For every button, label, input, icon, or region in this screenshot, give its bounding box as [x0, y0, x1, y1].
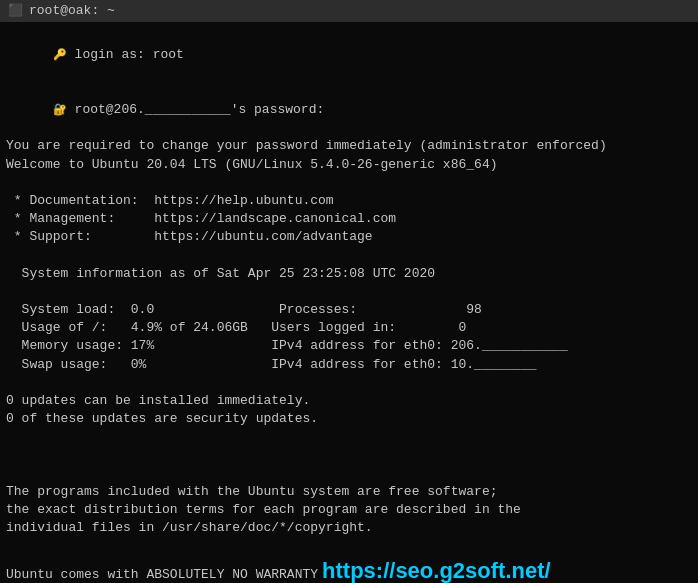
- change-warning-line: You are required to change your password…: [6, 137, 692, 155]
- support-line: * Support: https://ubuntu.com/advantage: [6, 228, 692, 246]
- blank2: [6, 246, 692, 264]
- login-line: 🔑 login as: root: [6, 28, 692, 83]
- programs-line: The programs included with the Ubuntu sy…: [6, 483, 692, 501]
- updates1-line: 0 updates can be installed immediately.: [6, 392, 692, 410]
- title-text: root@oak: ~: [29, 2, 115, 20]
- terminal-window: ⬛ root@oak: ~ 🔑 login as: root 🔐 root@20…: [0, 0, 698, 583]
- terminal-content: 🔑 login as: root 🔐 root@206.___________'…: [6, 26, 692, 583]
- terminal-icon: ⬛: [8, 3, 23, 20]
- swap-line: Swap usage: 0% IPv4 address for eth0: 10…: [6, 356, 692, 374]
- sysload-line: System load: 0.0 Processes: 98: [6, 301, 692, 319]
- password-line: 🔐 root@206.___________'s password:: [6, 83, 692, 138]
- welcome-line: Welcome to Ubuntu 20.04 LTS (GNU/Linux 5…: [6, 156, 692, 174]
- blank1: [6, 174, 692, 192]
- memory-line: Memory usage: 17% IPv4 address for eth0:…: [6, 337, 692, 355]
- updates2-line: 0 of these updates are security updates.: [6, 410, 692, 428]
- blank3: [6, 283, 692, 301]
- title-bar: ⬛ root@oak: ~: [0, 0, 698, 22]
- blank7: [6, 465, 692, 483]
- blank5: [6, 428, 692, 446]
- blank4: [6, 374, 692, 392]
- usage-line: Usage of /: 4.9% of 24.06GB Users logged…: [6, 319, 692, 337]
- the-line: the exact distribution terms for each pr…: [6, 501, 692, 519]
- sysinfo-line: System information as of Sat Apr 25 23:2…: [6, 265, 692, 283]
- mgmt-line: * Management: https://landscape.canonica…: [6, 210, 692, 228]
- individual-line: individual files in /usr/share/doc/*/cop…: [6, 519, 692, 537]
- ubuntu-warranty-line: Ubuntu comes with ABSOLUTELY NO WARRANTY…: [6, 556, 692, 583]
- watermark-text: https://seo.g2soft.net/: [322, 556, 551, 583]
- blank6: [6, 447, 692, 465]
- doc-line: * Documentation: https://help.ubuntu.com: [6, 192, 692, 210]
- blank8: [6, 537, 692, 555]
